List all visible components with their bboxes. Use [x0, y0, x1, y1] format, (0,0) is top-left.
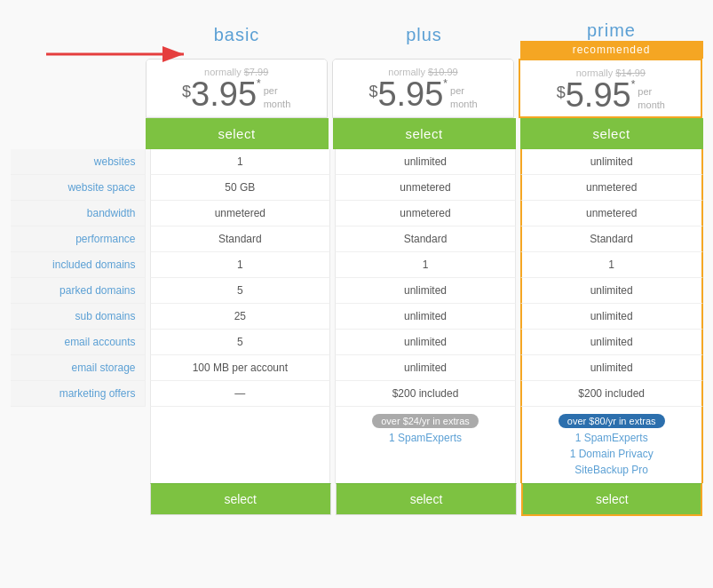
- feature-row-4: included domains111: [11, 252, 703, 278]
- feature-label-3: performance: [11, 226, 146, 252]
- plus-extras-badge: over $24/yr in extras: [372, 414, 479, 428]
- feature-val-0-2: unlimited: [520, 149, 703, 175]
- prime-plan-name: prime: [520, 18, 703, 41]
- prime-per-month: per month: [638, 85, 665, 113]
- feature-label-5: parked domains: [11, 278, 146, 304]
- feature-label-2: bandwidth: [11, 201, 146, 226]
- prime-price-num: 5.95: [566, 78, 631, 112]
- feature-val-3-2: Standard: [520, 226, 703, 252]
- basic-star: *: [257, 77, 261, 90]
- plus-star: *: [443, 77, 448, 90]
- prime-name-header: prime recommended: [520, 18, 703, 59]
- feature-val-5-0: 5: [150, 278, 331, 304]
- basic-per-month: per month: [264, 84, 291, 112]
- prime-extras-item: 1 Domain Privacy: [526, 446, 698, 462]
- feature-label-0: websites: [11, 149, 146, 175]
- basic-select-top-wrap: select: [146, 118, 329, 149]
- bottom-section: over $24/yr in extras1 SpamExpertsover $…: [11, 407, 703, 516]
- basic-price-inner: normally $7.99 $ 3.95 * per month: [147, 60, 327, 115]
- prime-price-inner: normally $14.99 $ 5.95 * per month: [520, 60, 701, 116]
- feature-val-7-2: unlimited: [520, 330, 703, 355]
- recommended-badge: recommended: [520, 41, 703, 59]
- feature-label-8: email storage: [11, 355, 146, 381]
- plus-extras: over $24/yr in extras1 SpamExperts: [335, 407, 516, 483]
- prime-extras-item: 1 SpamExperts: [526, 430, 698, 446]
- feature-val-5-1: unlimited: [335, 278, 516, 304]
- feature-val-0-0: 1: [150, 149, 331, 175]
- feature-val-9-0: —: [150, 381, 331, 407]
- arrow-indicator: [46, 41, 197, 68]
- plus-price-box: normally $10.99 $ 5.95 * per month: [332, 59, 514, 118]
- feature-val-1-2: unmetered: [520, 175, 703, 201]
- feature-val-1-1: unmetered: [335, 175, 516, 201]
- feature-row-7: email accounts5unlimitedunlimited: [11, 330, 703, 355]
- prime-dollar: $: [557, 83, 566, 102]
- plus-extras-item: 1 SpamExperts: [339, 430, 511, 446]
- plus-price-num: 5.95: [377, 77, 443, 111]
- feature-val-2-2: unmetered: [520, 201, 703, 226]
- plus-per-month: per month: [450, 84, 478, 112]
- select-buttons-top: select select select: [11, 118, 703, 149]
- plus-select-bottom-button[interactable]: select: [336, 483, 517, 515]
- basic-extras: [150, 407, 331, 483]
- feature-val-2-1: unmetered: [335, 201, 516, 226]
- plus-select-top-button[interactable]: select: [333, 118, 516, 149]
- plus-plan-name: plus: [333, 18, 516, 50]
- basic-price-display: $ 3.95 * per month: [182, 77, 290, 112]
- prime-extras: over $80/yr in extras1 SpamExperts1 Doma…: [520, 407, 703, 483]
- feature-val-7-0: 5: [150, 330, 331, 355]
- feature-label-1: website space: [11, 175, 146, 201]
- feature-label-7: email accounts: [11, 330, 146, 355]
- prime-select-top-wrap: select: [520, 118, 703, 149]
- feature-val-6-2: unlimited: [520, 304, 703, 330]
- prime-select-bottom-button[interactable]: select: [521, 483, 702, 516]
- feature-val-7-1: unlimited: [335, 330, 516, 355]
- feature-row-5: parked domains5unlimitedunlimited: [11, 278, 703, 304]
- prime-extras-item: SiteBackup Pro: [526, 462, 698, 478]
- feature-val-3-0: Standard: [150, 226, 331, 252]
- feature-row-2: bandwidthunmeteredunmeteredunmetered: [11, 201, 703, 226]
- basic-select-top-button[interactable]: select: [146, 118, 329, 149]
- plus-name-header: plus: [333, 18, 516, 59]
- feature-val-8-2: unlimited: [520, 355, 703, 381]
- basic-dollar: $: [182, 83, 191, 101]
- plus-price-display: $ 5.95 * per month: [368, 77, 477, 112]
- basic-select-bottom-button[interactable]: select: [150, 483, 331, 515]
- feature-row-0: websites1unlimitedunlimited: [11, 149, 703, 175]
- feature-val-8-1: unlimited: [335, 355, 516, 381]
- basic-price-box: normally $7.99 $ 3.95 * per month: [146, 59, 328, 118]
- prime-price-box: normally $14.99 $ 5.95 * per month: [519, 59, 702, 118]
- plus-select-top-wrap: select: [333, 118, 516, 149]
- feature-val-1-0: 50 GB: [150, 175, 331, 201]
- feature-val-4-0: 1: [150, 252, 331, 278]
- feature-label-9: marketing offers: [11, 381, 146, 407]
- feature-val-8-0: 100 MB per account: [150, 355, 331, 381]
- feature-row-6: sub domains25unlimitedunlimited: [11, 304, 703, 330]
- features-grid: websites1unlimitedunlimitedwebsite space…: [11, 149, 703, 407]
- basic-price-num: 3.95: [191, 77, 257, 111]
- feature-val-9-1: $200 included: [335, 381, 516, 407]
- feature-val-6-1: unlimited: [335, 304, 516, 330]
- feature-row-9: marketing offers—$200 included$200 inclu…: [11, 381, 703, 407]
- feature-val-6-0: 25: [150, 304, 331, 330]
- feature-row-1: website space50 GBunmeteredunmetered: [11, 175, 703, 201]
- plus-price-inner: normally $10.99 $ 5.95 * per month: [333, 60, 513, 115]
- prime-extras-badge: over $80/yr in extras: [559, 414, 665, 428]
- feature-val-3-1: Standard: [335, 226, 516, 252]
- feature-val-4-1: 1: [335, 252, 516, 278]
- prime-price-display: $ 5.95 * per month: [557, 78, 665, 113]
- prime-select-top-button[interactable]: select: [520, 118, 703, 149]
- feature-row-3: performanceStandardStandardStandard: [11, 226, 703, 252]
- prime-star: *: [631, 78, 636, 91]
- feature-val-4-2: 1: [520, 252, 703, 278]
- extras-row: over $24/yr in extras1 SpamExpertsover $…: [11, 407, 703, 483]
- feature-label-4: included domains: [11, 252, 146, 278]
- plus-dollar: $: [368, 83, 377, 101]
- feature-val-2-0: unmetered: [150, 201, 331, 226]
- price-row: normally $7.99 $ 3.95 * per month normal…: [11, 59, 703, 118]
- feature-val-0-1: unlimited: [335, 149, 516, 175]
- select-buttons-bottom: selectselectselect: [11, 483, 703, 516]
- feature-row-8: email storage100 MB per accountunlimited…: [11, 355, 703, 381]
- feature-val-9-2: $200 included: [520, 381, 703, 407]
- feature-label-6: sub domains: [11, 304, 146, 330]
